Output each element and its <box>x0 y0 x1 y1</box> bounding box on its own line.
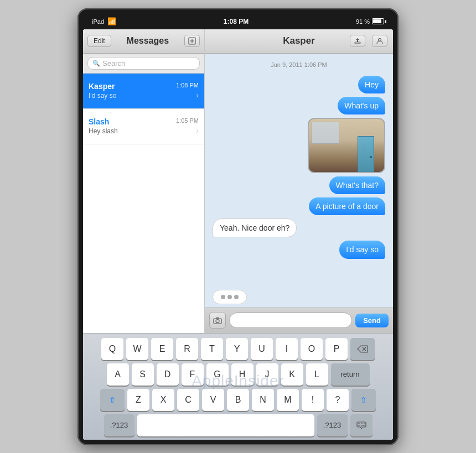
key-t[interactable]: T <box>201 338 223 360</box>
battery-icon <box>372 18 384 24</box>
conv-time-slash: 1:05 PM <box>176 117 199 124</box>
key-o[interactable]: O <box>301 338 323 360</box>
bubble-whatsthat: What's that? <box>329 176 385 194</box>
keyboard-hide-key[interactable] <box>350 414 372 436</box>
key-b[interactable]: B <box>227 389 249 411</box>
keyboard-row-1: Q W E R T Y U I O P <box>86 338 390 360</box>
chat-area: Kasper <box>205 29 393 333</box>
message-row-6: I'd say so <box>213 241 385 258</box>
message-row-2: What's up <box>213 97 385 114</box>
status-bar: iPad 📶 1:08 PM 91 % <box>83 14 393 29</box>
key-q[interactable]: Q <box>101 338 123 360</box>
shift-icon: ⇧ <box>109 395 116 404</box>
bubble-nicedoor: Yeah. Nice door eh? <box>213 218 297 237</box>
conversation-list: Kasper I'd say so 1:08 PM › Slash Hey sl… <box>83 74 204 333</box>
key-a[interactable]: A <box>107 363 129 386</box>
search-bar: 🔍 Search <box>83 54 204 74</box>
key-u[interactable]: U <box>251 338 273 360</box>
key-f[interactable]: F <box>182 363 204 386</box>
conversation-item-slash[interactable]: Slash Hey slash 1:05 PM › <box>83 109 204 144</box>
messages-container: Jun 9, 2011 1:06 PM Hey What's up <box>205 54 393 287</box>
shift-key[interactable]: ⇧ <box>100 389 125 411</box>
conv-preview-kasper: I'd say so <box>89 92 176 100</box>
typing-dot-2 <box>227 295 232 299</box>
key-s[interactable]: S <box>132 363 154 386</box>
key-exclaim[interactable]: ! <box>302 389 324 411</box>
bubble-picture: A picture of a door <box>309 197 385 215</box>
keyboard-row-2: A S D F G H J K L return <box>86 363 390 386</box>
typing-bubble <box>213 290 247 304</box>
message-row-4: A picture of a door <box>213 197 385 215</box>
typing-indicator <box>205 287 393 308</box>
send-button[interactable]: Send <box>355 314 389 327</box>
ipad-label: iPad <box>92 18 104 25</box>
key-l[interactable]: L <box>306 363 328 386</box>
message-row-3: What's that? <box>213 176 385 194</box>
keyboard-row-3: ⇧ Z X C V B N M ! ? ⇧ <box>86 389 390 411</box>
door-image <box>308 118 385 173</box>
key-n[interactable]: N <box>252 389 274 411</box>
chat-header: Kasper <box>205 29 393 54</box>
num-key-left[interactable]: .?123 <box>104 414 134 436</box>
shift-key-right[interactable]: ⇧ <box>351 389 376 411</box>
compose-button[interactable] <box>184 35 200 47</box>
key-i[interactable]: I <box>276 338 298 360</box>
key-x[interactable]: X <box>152 389 174 411</box>
key-y[interactable]: Y <box>226 338 248 360</box>
sidebar-header: Edit Messages <box>83 29 204 54</box>
key-k[interactable]: K <box>281 363 303 386</box>
bubble-idayso: I'd say so <box>339 241 385 258</box>
app-area: Edit Messages 🔍 Search <box>83 29 393 333</box>
sidebar-title: Messages <box>127 36 169 46</box>
typing-dot-1 <box>221 295 225 299</box>
edit-button[interactable]: Edit <box>87 35 111 47</box>
conv-arrow-kasper: › <box>196 91 199 100</box>
status-time: 1:08 PM <box>224 18 249 25</box>
backspace-key[interactable] <box>350 338 375 360</box>
key-r[interactable]: R <box>176 338 198 360</box>
share-button[interactable] <box>350 35 365 47</box>
conv-arrow-slash: › <box>196 126 199 135</box>
ipad-frame: iPad 📶 1:08 PM 91 % Edit Messages <box>77 8 399 445</box>
conversation-item-kasper[interactable]: Kasper I'd say so 1:08 PM › <box>83 74 204 109</box>
key-j[interactable]: J <box>256 363 278 386</box>
conv-name-kasper: Kasper <box>89 82 176 91</box>
date-label: Jun 9, 2011 1:06 PM <box>213 61 385 68</box>
message-row-1: Hey <box>213 76 385 93</box>
return-key[interactable]: return <box>331 363 370 386</box>
message-row-5: Yeah. Nice door eh? <box>213 218 385 237</box>
chat-input-bar: Send <box>205 308 393 333</box>
key-m[interactable]: M <box>277 389 299 411</box>
contact-button[interactable] <box>372 35 387 47</box>
sidebar: Edit Messages 🔍 Search <box>83 29 205 333</box>
key-z[interactable]: Z <box>127 389 149 411</box>
wifi-icon: 📶 <box>107 17 116 25</box>
key-c[interactable]: C <box>177 389 199 411</box>
bubble-hey: Hey <box>358 76 385 93</box>
conv-preview-slash: Hey slash <box>89 127 176 135</box>
num-key-right[interactable]: .?123 <box>317 414 348 436</box>
battery-text: 91 % <box>356 18 370 25</box>
screen: Edit Messages 🔍 Search <box>83 29 393 440</box>
search-icon: 🔍 <box>92 60 100 67</box>
key-e[interactable]: E <box>151 338 173 360</box>
space-key[interactable] <box>137 414 314 436</box>
key-w[interactable]: W <box>126 338 148 360</box>
key-v[interactable]: V <box>202 389 224 411</box>
key-d[interactable]: D <box>157 363 179 386</box>
bubble-whatsup: What's up <box>338 97 385 114</box>
camera-button[interactable] <box>209 312 226 329</box>
svg-point-6 <box>216 319 219 322</box>
svg-rect-7 <box>216 317 219 319</box>
svg-rect-3 <box>355 42 360 44</box>
key-question[interactable]: ? <box>327 389 349 411</box>
message-input[interactable] <box>229 313 352 328</box>
shift-icon-right: ⇧ <box>360 395 367 404</box>
message-row-image <box>213 118 385 173</box>
key-g[interactable]: G <box>206 363 229 386</box>
typing-dot-3 <box>234 295 239 299</box>
conv-time-kasper: 1:08 PM <box>176 82 199 88</box>
chat-title: Kasper <box>283 35 315 46</box>
key-h[interactable]: H <box>231 363 253 386</box>
key-p[interactable]: P <box>325 338 348 360</box>
